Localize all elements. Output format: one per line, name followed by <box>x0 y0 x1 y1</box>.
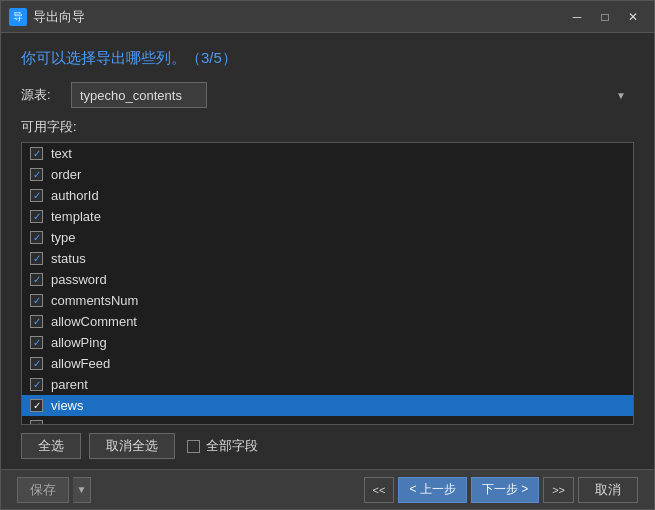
source-label: 源表: <box>21 86 61 104</box>
field-checkbox <box>30 315 43 328</box>
next-button[interactable]: 下一步 > <box>471 477 539 503</box>
field-item[interactable]: allowComment <box>22 311 633 332</box>
app-icon: 导 <box>9 8 27 26</box>
field-checkbox <box>30 168 43 181</box>
field-label: allowPing <box>51 335 107 350</box>
fields-list[interactable]: textorderauthorIdtemplatetypestatuspassw… <box>21 142 634 425</box>
field-label: status <box>51 251 86 266</box>
maximize-button[interactable]: □ <box>592 7 618 27</box>
source-select[interactable]: typecho_contents <box>71 82 207 108</box>
field-checkbox <box>30 336 43 349</box>
deselect-all-button[interactable]: 取消全选 <box>89 433 175 459</box>
field-label: password <box>51 272 107 287</box>
field-item[interactable]: type <box>22 227 633 248</box>
field-label: views <box>51 398 84 413</box>
last-button[interactable]: >> <box>543 477 574 503</box>
field-item[interactable]: commentsNum <box>22 290 633 311</box>
field-item[interactable]: template <box>22 206 633 227</box>
field-item[interactable]: password <box>22 269 633 290</box>
field-label: order <box>51 167 81 182</box>
minimize-button[interactable]: ─ <box>564 7 590 27</box>
field-item[interactable]: text <box>22 143 633 164</box>
field-checkbox <box>30 210 43 223</box>
field-item[interactable]: parent <box>22 374 633 395</box>
bottom-buttons: 全选 取消全选 全部字段 <box>21 433 634 459</box>
field-label: authorId <box>51 188 99 203</box>
fields-label: 可用字段: <box>21 118 634 136</box>
field-checkbox <box>30 399 43 412</box>
all-fields-checkbox[interactable]: 全部字段 <box>187 437 258 455</box>
cancel-button[interactable]: 取消 <box>578 477 638 503</box>
field-label: type <box>51 230 76 245</box>
field-checkbox <box>30 231 43 244</box>
prev-button[interactable]: < 上一步 <box>398 477 466 503</box>
field-label: template <box>51 209 101 224</box>
field-checkbox <box>30 189 43 202</box>
footer: 保存 ▼ << < 上一步 下一步 > >> 取消 <box>1 469 654 509</box>
first-button[interactable]: << <box>364 477 395 503</box>
source-select-wrapper: typecho_contents <box>71 82 634 108</box>
field-label: text <box>51 146 72 161</box>
field-item[interactable]: views <box>22 395 633 416</box>
export-wizard-window: 导 导出向导 ─ □ ✕ 你可以选择导出哪些列。（3/5） 源表: typech… <box>0 0 655 510</box>
window-title: 导出向导 <box>33 8 564 26</box>
close-button[interactable]: ✕ <box>620 7 646 27</box>
step-title: 你可以选择导出哪些列。（3/5） <box>21 49 634 68</box>
save-dropdown-arrow[interactable]: ▼ <box>73 477 91 503</box>
field-item[interactable]: status <box>22 248 633 269</box>
field-checkbox <box>30 147 43 160</box>
field-item[interactable]: allowFeed <box>22 353 633 374</box>
all-fields-checkbox-box[interactable] <box>187 440 200 453</box>
save-button[interactable]: 保存 <box>17 477 69 503</box>
source-row: 源表: typecho_contents <box>21 82 634 108</box>
field-item[interactable]: order <box>22 164 633 185</box>
footer-right: << < 上一步 下一步 > >> 取消 <box>364 477 638 503</box>
field-item[interactable]: agree <box>22 416 633 425</box>
field-checkbox <box>30 420 43 425</box>
field-checkbox <box>30 252 43 265</box>
titlebar: 导 导出向导 ─ □ ✕ <box>1 1 654 33</box>
footer-left: 保存 ▼ <box>17 477 91 503</box>
window-controls: ─ □ ✕ <box>564 7 646 27</box>
field-checkbox <box>30 273 43 286</box>
field-item[interactable]: allowPing <box>22 332 633 353</box>
field-checkbox <box>30 378 43 391</box>
field-label: commentsNum <box>51 293 138 308</box>
select-all-button[interactable]: 全选 <box>21 433 81 459</box>
field-label: allowFeed <box>51 356 110 371</box>
all-fields-label: 全部字段 <box>206 437 258 455</box>
field-checkbox <box>30 357 43 370</box>
field-label: parent <box>51 377 88 392</box>
main-content: 你可以选择导出哪些列。（3/5） 源表: typecho_contents 可用… <box>1 33 654 469</box>
field-label: agree <box>51 419 84 425</box>
field-checkbox <box>30 294 43 307</box>
field-label: allowComment <box>51 314 137 329</box>
field-item[interactable]: authorId <box>22 185 633 206</box>
